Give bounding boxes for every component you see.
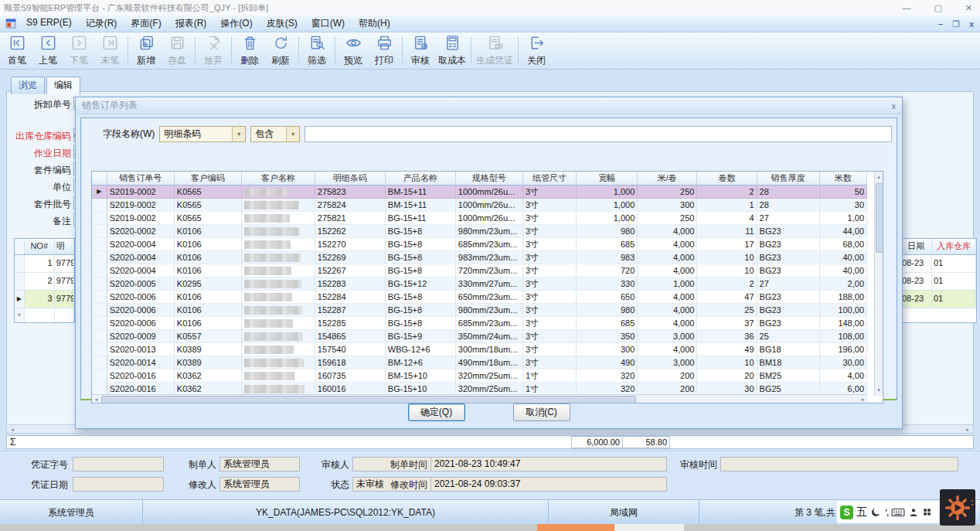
toolbar-button-cost[interactable]: 取成本 — [436, 33, 468, 68]
toolbar-button-close-door[interactable]: 关闭 — [521, 33, 552, 68]
scroll-up-icon[interactable]: ▴ — [875, 172, 883, 182]
table-row[interactable]: 08-2301 — [900, 273, 976, 291]
column-header-4[interactable]: 明细条码 — [315, 172, 386, 186]
chevron-down-icon[interactable]: ▼ — [232, 127, 245, 141]
column-header-inbound-warehouse[interactable]: 入库仓库 — [932, 239, 976, 254]
scroll-left-icon[interactable]: ◂ — [92, 395, 100, 403]
gear-app-icon[interactable] — [940, 489, 975, 526]
table-row[interactable]: S2020-0006K0106152285BG-15+8685mm/23um..… — [92, 317, 867, 330]
tab-browse[interactable]: 浏览 — [11, 77, 45, 94]
table-row[interactable]: ▶S2019-0002K0565275823BM-15+111000mm/26u… — [92, 186, 867, 199]
toolbar-button-add[interactable]: 新增 — [131, 33, 162, 68]
toolbar-button-refresh[interactable]: 刷新 — [265, 33, 296, 68]
column-header-9[interactable]: 米/卷 — [638, 172, 697, 186]
column-header-2[interactable]: 客户编码 — [175, 172, 242, 186]
filter-operator-select[interactable]: 包含 ▼ — [250, 126, 300, 142]
table-row[interactable]: S2020-0004K0106152269BG-15+8983mm/23um..… — [92, 251, 867, 264]
person-icon[interactable] — [908, 505, 919, 519]
window-maximize-button[interactable]: ▢ — [934, 3, 941, 13]
column-header-no[interactable]: NO# — [25, 239, 55, 254]
menu-item-3[interactable]: 界面(F) — [124, 17, 168, 30]
table-row[interactable]: S2020-0016K0362160735BM-15+10320mm/25um.… — [92, 369, 867, 383]
column-header-8[interactable]: 宽幅 — [577, 172, 638, 186]
column-header-12[interactable]: 米数 — [820, 172, 867, 186]
sales-order-table[interactable]: 销售订单号客户编码客户名称明细条码产品名称规格型号纸管尺寸宽幅米/卷卷数销售厚度… — [91, 171, 883, 403]
hscroll-thumb[interactable] — [101, 396, 636, 403]
scroll-left-icon[interactable]: ◂ — [8, 426, 17, 432]
column-header-11[interactable]: 销售厚度 — [757, 172, 820, 186]
table-hscrollbar[interactable]: ◂ ▸ — [92, 394, 867, 403]
table-row[interactable]: 08-2301 — [900, 291, 976, 308]
column-header-5[interactable]: 产品名称 — [386, 172, 456, 186]
toolbar-button-label: 取成本 — [438, 54, 466, 66]
mdi-restore-button[interactable]: ❐ — [952, 19, 960, 29]
table-row[interactable]: 197792 — [15, 255, 74, 273]
table-row[interactable]: S2020-0002K0106152262BG-15+8980mm/23um..… — [92, 225, 867, 238]
table-row[interactable]: S2020-0004K0106152270BG-15+8685mm/23um..… — [92, 238, 867, 251]
menu-item-2[interactable]: 记录(R) — [79, 17, 124, 30]
menu-item-7[interactable]: 窗口(W) — [305, 17, 352, 30]
toolbar-button-first-record[interactable]: 首笔 — [2, 33, 32, 68]
detail-lines-grid[interactable]: NO#明197792297792▶397792* — [14, 238, 75, 323]
menu-item-4[interactable]: 报表(R) — [168, 17, 214, 30]
menu-item-1[interactable]: S9 ERP(E) — [19, 17, 79, 30]
dialog-close-icon[interactable]: x — [892, 101, 897, 111]
table-vscrollbar[interactable]: ▴ ▾ — [874, 172, 883, 396]
tab-edit[interactable]: 编辑 — [46, 77, 80, 94]
punctuation-icon[interactable]: ’, — [885, 505, 888, 519]
footer-label-修改人: 修改人 — [162, 478, 216, 492]
table-row[interactable]: S2020-0004K0106152267BG-15+8720mm/23um..… — [92, 264, 867, 277]
toolbar-button-delete[interactable]: 删除 — [234, 33, 265, 68]
keyboard-icon[interactable] — [891, 505, 905, 519]
column-header-3[interactable]: 客户名称 — [242, 172, 315, 186]
menu-item-8[interactable]: 帮助(H) — [352, 17, 397, 30]
wubi-mode-icon[interactable]: 五 — [856, 505, 867, 519]
menu-item-6[interactable]: 皮肤(S) — [260, 17, 305, 30]
table-row[interactable]: 08-2301 — [900, 255, 976, 273]
filter-field-select[interactable]: 明细条码 ▼ — [159, 126, 246, 142]
column-header-10[interactable]: 卷数 — [697, 172, 757, 186]
scroll-right-icon[interactable]: ▸ — [963, 426, 972, 432]
mdi-minimize-button[interactable]: – — [938, 19, 943, 29]
table-row[interactable]: ▶397792 — [15, 291, 74, 308]
detail-grid-right-columns[interactable]: 日期入库仓库08-230108-230108-2301 — [900, 238, 977, 323]
column-header-7[interactable]: 纸管尺寸 — [523, 172, 577, 186]
ok-button[interactable]: 确定(Q) — [408, 403, 465, 421]
column-header-1[interactable]: 销售订单号 — [107, 172, 175, 186]
table-row[interactable]: 297792 — [15, 273, 74, 291]
table-row[interactable]: S2020-0006K0106152284BG-15+8650mm/23um..… — [92, 291, 867, 304]
toolbar-button-preview[interactable]: 预览 — [338, 33, 369, 68]
table-row[interactable]: S2019-0002K0565275824BM-15+111000mm/26u.… — [92, 199, 867, 212]
scroll-right-icon[interactable]: ▸ — [859, 395, 867, 403]
table-row[interactable]: S2020-0013K0389157540WBG-12+6300mm/18um.… — [92, 343, 867, 356]
column-header-detail-barcode[interactable]: 明 — [55, 239, 74, 254]
moon-icon[interactable] — [870, 505, 882, 519]
chevron-down-icon[interactable]: ▼ — [286, 127, 299, 141]
table-cell — [242, 330, 315, 343]
table-row[interactable]: S2020-0005K0295152283BG-15+12330mm/27um.… — [92, 277, 867, 291]
table-row[interactable]: S2020-0009K0557154865BG-15+9350mm/24um..… — [92, 330, 867, 343]
vscroll-thumb[interactable] — [876, 183, 883, 253]
column-header-6[interactable]: 规格型号 — [456, 172, 523, 186]
filter-search-input[interactable] — [305, 126, 892, 142]
mdi-close-button[interactable]: x — [969, 19, 974, 29]
table-row[interactable]: S2019-0002K0565275821BG-15+111000mm/26u.… — [92, 212, 867, 225]
toolbar-button-print[interactable]: 打印 — [369, 33, 400, 68]
window-close-button[interactable]: ✕ — [965, 3, 972, 13]
table-cell: 100,00 — [820, 304, 867, 317]
cancel-button[interactable]: 取消(C) — [513, 403, 570, 421]
table-cell: 2 — [697, 277, 757, 291]
table-row[interactable]: S2020-0014K0389159618BM-12+6490mm/18um..… — [92, 356, 867, 369]
table-row[interactable]: S2020-0006K0106152287BG-15+8980mm/23um..… — [92, 304, 867, 317]
scroll-down-icon[interactable]: ▾ — [875, 385, 883, 396]
menu-item-5[interactable]: 操作(O) — [213, 17, 259, 30]
window-minimize-button[interactable]: — — [902, 3, 910, 12]
toolbar-button-prev-record[interactable]: 上笔 — [32, 33, 63, 68]
toolbox-icon[interactable] — [922, 505, 932, 519]
toolbar-button-filter[interactable]: 筛选 — [301, 33, 332, 68]
column-header-date[interactable]: 日期 — [900, 239, 932, 254]
sogou-icon[interactable]: S — [840, 505, 853, 519]
table-cell: BG-15+11 — [386, 212, 456, 225]
new-row[interactable]: * — [15, 308, 74, 323]
toolbar-button-audit[interactable]: 审核 — [405, 33, 436, 68]
